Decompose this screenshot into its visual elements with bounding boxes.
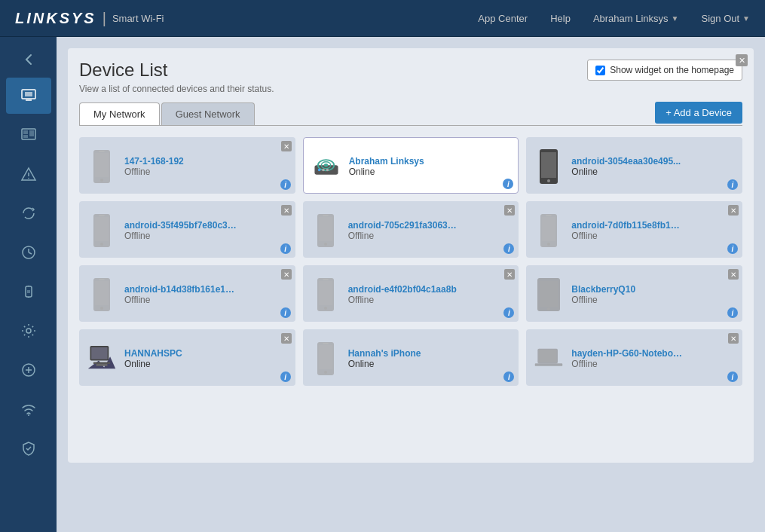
- svg-point-9: [28, 178, 29, 179]
- device-close-button[interactable]: ✕: [504, 269, 515, 280]
- device-name: android-35f495bf7e80c3e6: [124, 220, 237, 231]
- device-status: Offline: [124, 295, 288, 305]
- device-close-button[interactable]: ✕: [281, 141, 292, 151]
- sidebar-item-update[interactable]: [6, 195, 51, 231]
- device-card: ✕ android-b14d38fb161e1099 Offline i: [79, 265, 295, 322]
- svg-rect-61: [93, 362, 110, 364]
- show-widget-checkbox[interactable]: [595, 66, 605, 75]
- device-info: android-3054eaa30e495... Online: [571, 156, 735, 177]
- sidebar-item-usb[interactable]: [6, 274, 51, 310]
- sidebar-item-warning[interactable]: [6, 156, 51, 192]
- sign-out-menu[interactable]: Sign Out ▼: [702, 13, 751, 24]
- svg-point-31: [322, 168, 325, 171]
- device-info: android-705c291fa30636a0 Offline: [348, 220, 512, 241]
- device-info: android-35f495bf7e80c3e6 Offline: [124, 220, 288, 241]
- device-status: Offline: [124, 167, 288, 177]
- device-info-icon[interactable]: i: [280, 307, 291, 318]
- device-info-icon[interactable]: i: [280, 371, 291, 382]
- device-icon: [311, 338, 341, 379]
- device-icon: [311, 274, 341, 315]
- device-close-button[interactable]: ✕: [728, 205, 739, 216]
- svg-point-50: [100, 307, 103, 310]
- add-device-button[interactable]: + Add a Device: [655, 102, 742, 124]
- help-link[interactable]: Help: [550, 13, 571, 24]
- device-status: Online: [349, 167, 511, 177]
- device-status: Offline: [571, 359, 735, 369]
- svg-point-42: [324, 243, 327, 246]
- svg-point-65: [324, 371, 327, 374]
- panel-subtitle: View a list of connected devices and the…: [79, 84, 274, 94]
- device-card: ✕ HANNAHSPC Online i: [79, 329, 295, 386]
- svg-point-21: [28, 414, 29, 416]
- device-status: Offline: [348, 231, 512, 241]
- svg-rect-23: [95, 153, 109, 177]
- tab-guest-network[interactable]: Guest Network: [161, 102, 255, 125]
- device-status: Offline: [571, 231, 735, 241]
- device-card: ✕ BlackberryQ10 Offline i: [526, 265, 742, 322]
- main-layout: ✕ Device List View a list of connected d…: [0, 37, 765, 532]
- svg-rect-55: [323, 279, 329, 280]
- device-info-icon[interactable]: i: [280, 243, 291, 254]
- svg-rect-57: [540, 281, 558, 307]
- device-info: 147-1-168-192 Offline: [124, 156, 288, 177]
- svg-rect-62: [96, 364, 107, 366]
- panel-title: Device List: [79, 60, 274, 81]
- device-close-button[interactable]: ✕: [281, 205, 292, 216]
- device-close-button[interactable]: ✕: [504, 205, 515, 216]
- panel-close-button[interactable]: ✕: [736, 54, 748, 66]
- device-info-icon[interactable]: i: [727, 307, 738, 318]
- svg-point-29: [324, 164, 328, 167]
- sidebar-item-map[interactable]: [6, 117, 51, 153]
- device-card: ✕ hayden-HP-G60-Noteboo... Offline i: [526, 329, 742, 386]
- sidebar-back-button[interactable]: [0, 44, 57, 75]
- device-card: ✕ android-35f495bf7e80c3e6 Offline i: [79, 201, 295, 258]
- device-icon: [87, 338, 117, 379]
- device-info-icon[interactable]: i: [727, 179, 738, 190]
- sidebar-item-devices[interactable]: [6, 78, 51, 114]
- svg-rect-47: [546, 215, 552, 216]
- sidebar-item-history[interactable]: [6, 234, 51, 271]
- device-status: Offline: [571, 295, 735, 305]
- device-icon: [87, 145, 117, 187]
- svg-rect-25: [99, 151, 105, 152]
- device-card: ✕ android-7d0fb115e8fb173c Offline i: [526, 201, 742, 258]
- linksys-logo: LINKSYS | Smart Wi-Fi: [15, 10, 164, 27]
- device-icon: [87, 209, 117, 251]
- svg-point-24: [100, 179, 103, 182]
- user-dropdown-arrow: ▼: [672, 14, 679, 23]
- device-info-icon[interactable]: i: [503, 179, 513, 189]
- device-icon: [311, 209, 341, 251]
- sidebar-item-tools[interactable]: [6, 352, 51, 388]
- sidebar-item-security[interactable]: [6, 430, 51, 466]
- logo-area: LINKSYS | Smart Wi-Fi: [15, 10, 478, 27]
- svg-rect-43: [323, 215, 329, 216]
- svg-rect-6: [23, 135, 28, 138]
- device-grid: ✕ 147-1-168-192 Offline i Abraham: [79, 137, 742, 386]
- device-info-icon[interactable]: i: [727, 243, 738, 254]
- device-name: android-7d0fb115e8fb173c: [571, 220, 684, 231]
- svg-rect-1: [25, 92, 32, 96]
- app-center-link[interactable]: App Center: [478, 13, 528, 24]
- tab-my-network[interactable]: My Network: [79, 102, 160, 125]
- device-info-icon[interactable]: i: [503, 243, 514, 254]
- svg-rect-39: [99, 215, 105, 216]
- sidebar-item-settings[interactable]: [6, 313, 51, 349]
- device-close-button[interactable]: ✕: [728, 333, 739, 344]
- device-icon: [534, 274, 564, 315]
- device-close-button[interactable]: ✕: [728, 269, 739, 280]
- top-navigation: LINKSYS | Smart Wi-Fi App Center Help Ab…: [0, 0, 765, 37]
- device-close-button[interactable]: ✕: [281, 333, 292, 344]
- show-widget-checkbox-label[interactable]: Show widget on the homepage: [587, 60, 742, 81]
- device-info-icon[interactable]: i: [503, 307, 514, 318]
- device-close-button[interactable]: ✕: [281, 269, 292, 280]
- device-info-icon[interactable]: i: [280, 179, 291, 190]
- device-card: ✕ android-705c291fa30636a0 Offline i: [303, 201, 519, 258]
- svg-rect-69: [535, 363, 562, 366]
- user-menu[interactable]: Abraham Linksys ▼: [593, 13, 679, 24]
- device-name: Abraham Linksys: [349, 156, 462, 167]
- device-name: android-e4f02bf04c1aa8b: [348, 284, 461, 295]
- device-info-icon[interactable]: i: [503, 371, 514, 382]
- device-info-icon[interactable]: i: [727, 371, 738, 382]
- sidebar-item-wifi[interactable]: [6, 391, 51, 427]
- svg-rect-41: [319, 217, 332, 241]
